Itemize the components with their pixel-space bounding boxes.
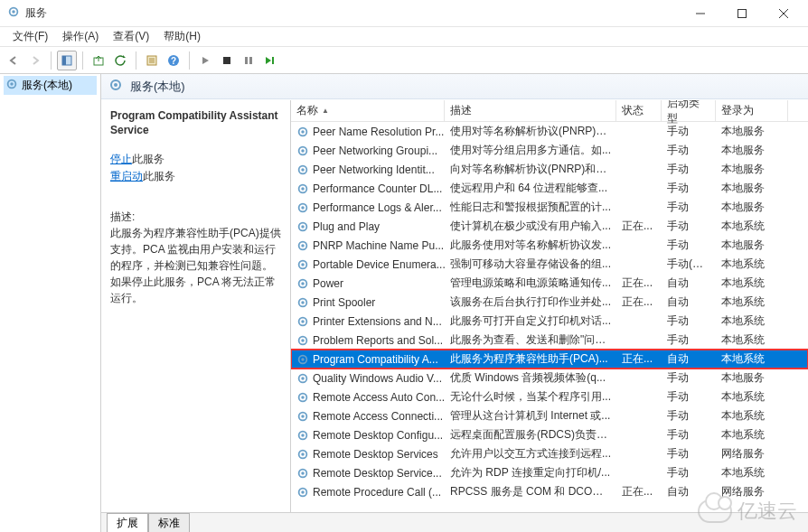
tree-root-label: 服务(本地) — [22, 78, 72, 93]
service-row[interactable]: Peer Name Resolution Pr...使用对等名称解析协议(PNR… — [291, 122, 808, 141]
svg-point-60 — [301, 471, 305, 475]
service-row[interactable]: Problem Reports and Sol...此服务为查看、发送和删除"问… — [291, 331, 808, 350]
category-label: 服务(本地) — [130, 79, 185, 95]
stop-service-link[interactable]: 停止 — [110, 153, 132, 165]
service-start-cell: 手动 — [662, 446, 716, 462]
column-name[interactable]: 名称 ▲ — [291, 100, 445, 121]
description-label: 描述: — [110, 210, 281, 225]
svg-rect-16 — [245, 57, 248, 64]
selected-service-name: Program Compatibility Assistant Service — [110, 109, 281, 137]
service-logon-cell: 本地系统 — [716, 389, 788, 405]
service-desc-cell: 使用对等名称解析协议(PNRP)在... — [445, 124, 616, 139]
column-description[interactable]: 描述 — [445, 100, 616, 121]
service-start-cell: 手动 — [662, 427, 716, 443]
column-status[interactable]: 状态 — [616, 100, 662, 121]
service-logon-cell: 本地系统 — [716, 275, 788, 291]
service-row[interactable]: Peer Networking Identit...向对等名称解析协议(PNRP… — [291, 160, 808, 179]
toolbar: ? — [0, 47, 808, 74]
minimize-button[interactable] — [680, 0, 721, 26]
service-row[interactable]: PNRP Machine Name Pu...此服务使用对等名称解析协议发...… — [291, 236, 808, 255]
service-logon-cell: 本地系统 — [716, 332, 788, 348]
service-row[interactable]: Remote Access Connecti...管理从这台计算机到 Inter… — [291, 406, 808, 425]
service-row[interactable]: Remote Desktop Service...允许为 RDP 连接重定向打印… — [291, 463, 808, 482]
properties-button[interactable] — [142, 51, 162, 70]
forward-button[interactable] — [25, 51, 45, 70]
svg-point-42 — [301, 301, 305, 304]
service-name-cell: Quality Windows Audio V... — [313, 372, 442, 385]
service-name-cell: Remote Access Auto Con... — [313, 391, 445, 404]
service-name-cell: Performance Logs & Aler... — [313, 201, 442, 214]
stop-service-button[interactable] — [217, 51, 237, 70]
service-start-cell: 手动 — [662, 181, 716, 196]
service-desc-cell: 管理电源策略和电源策略通知传... — [445, 275, 616, 291]
service-name-cell: Remote Procedure Call (... — [313, 486, 441, 499]
service-desc-cell: 远程桌面配置服务(RDCS)负责需... — [445, 427, 616, 443]
gear-icon — [296, 315, 309, 328]
maximize-button[interactable] — [721, 0, 763, 26]
menu-file[interactable]: 文件(F) — [5, 27, 55, 46]
service-row[interactable]: Remote Desktop Services允许用户以交互方式连接到远程...… — [291, 444, 808, 463]
service-start-cell: 手动 — [662, 162, 716, 177]
service-desc-cell: 允许为 RDP 连接重定向打印机/... — [445, 465, 616, 481]
service-row[interactable]: Remote Access Auto Con...无论什么时候，当某个程序引用.… — [291, 387, 808, 406]
service-desc-cell: 此服务为查看、发送和删除"问题... — [445, 332, 616, 348]
column-startup-type[interactable]: 启动类型 — [662, 100, 716, 121]
tab-standard[interactable]: 标准 — [148, 513, 190, 532]
service-desc-cell: 管理从这台计算机到 Internet 或... — [445, 408, 616, 424]
console-tree: 服务(本地) — [0, 74, 101, 532]
close-button[interactable] — [763, 0, 804, 26]
help-button[interactable]: ? — [164, 51, 183, 70]
service-row[interactable]: Quality Windows Audio V...优质 Windows 音频视… — [291, 369, 808, 387]
service-desc-cell: 向对等名称解析协议(PNRP)和对... — [445, 162, 616, 177]
service-desc-cell: 无论什么时候，当某个程序引用... — [445, 389, 616, 405]
tab-extended[interactable]: 扩展 — [107, 513, 148, 532]
gear-icon — [296, 448, 309, 461]
stop-service-line: 停止此服务 — [110, 152, 281, 167]
gear-icon — [296, 126, 309, 138]
menu-view[interactable]: 查看(V) — [106, 27, 156, 46]
service-row[interactable]: Program Compatibility A...此服务为程序兼容性助手(PC… — [291, 350, 808, 369]
service-desc-cell: 使用对等分组启用多方通信。如... — [445, 143, 616, 158]
gear-icon — [108, 78, 123, 96]
tree-root-services-local[interactable]: 服务(本地) — [4, 76, 97, 95]
svg-point-30 — [301, 187, 305, 191]
watermark-text: 亿速云 — [738, 498, 797, 525]
restart-service-button[interactable] — [260, 51, 280, 70]
service-row[interactable]: Portable Device Enumera...强制可移动大容量存储设备的组… — [291, 255, 808, 274]
service-row[interactable]: Print Spooler该服务在后台执行打印作业并处...正在...自动本地系… — [291, 293, 808, 312]
back-button[interactable] — [4, 51, 23, 70]
restart-service-link[interactable]: 重启动 — [110, 170, 143, 182]
pause-service-button[interactable] — [239, 51, 258, 70]
service-name-cell: Remote Desktop Service... — [313, 467, 442, 480]
svg-point-44 — [301, 320, 305, 323]
service-row[interactable]: Peer Networking Groupi...使用对等分组启用多方通信。如.… — [291, 141, 808, 160]
gear-icon — [296, 163, 309, 176]
export-list-button[interactable] — [89, 51, 108, 70]
service-row[interactable]: Plug and Play使计算机在极少或没有用户输入...正在...手动本地系… — [291, 217, 808, 236]
column-logon-as[interactable]: 登录为 — [716, 100, 788, 121]
service-desc-cell: 此服务可打开自定义打印机对话... — [445, 313, 616, 329]
service-start-cell: 手动 — [662, 332, 716, 348]
svg-point-62 — [301, 490, 305, 494]
show-hide-console-button[interactable] — [57, 51, 77, 70]
menu-action[interactable]: 操作(A) — [55, 27, 106, 46]
start-service-button[interactable] — [195, 51, 215, 70]
service-row[interactable]: Remote Desktop Configu...远程桌面配置服务(RDCS)负… — [291, 425, 808, 444]
service-logon-cell: 本地服务 — [716, 181, 788, 196]
gear-icon — [296, 277, 309, 290]
service-desc-cell: 使计算机在极少或没有用户输入... — [445, 219, 616, 234]
service-row[interactable]: Performance Counter DL...使远程用户和 64 位进程能够… — [291, 179, 808, 198]
service-logon-cell: 本地系统 — [716, 219, 788, 234]
service-row[interactable]: Performance Logs & Aler...性能日志和警报根据预配置的计… — [291, 198, 808, 217]
gear-icon — [296, 182, 309, 195]
service-start-cell: 手动 — [662, 370, 716, 386]
service-start-cell: 自动 — [662, 351, 716, 367]
service-row[interactable]: Power管理电源策略和电源策略通知传...正在...自动本地系统 — [291, 274, 808, 293]
gear-icon — [296, 467, 309, 480]
menu-help[interactable]: 帮助(H) — [156, 27, 208, 46]
gear-icon — [296, 429, 309, 442]
service-row[interactable]: Printer Extensions and N...此服务可打开自定义打印机对… — [291, 312, 808, 331]
service-name-cell: Printer Extensions and N... — [313, 315, 442, 328]
refresh-button[interactable] — [110, 51, 130, 70]
service-logon-cell: 本地系统 — [716, 313, 788, 329]
